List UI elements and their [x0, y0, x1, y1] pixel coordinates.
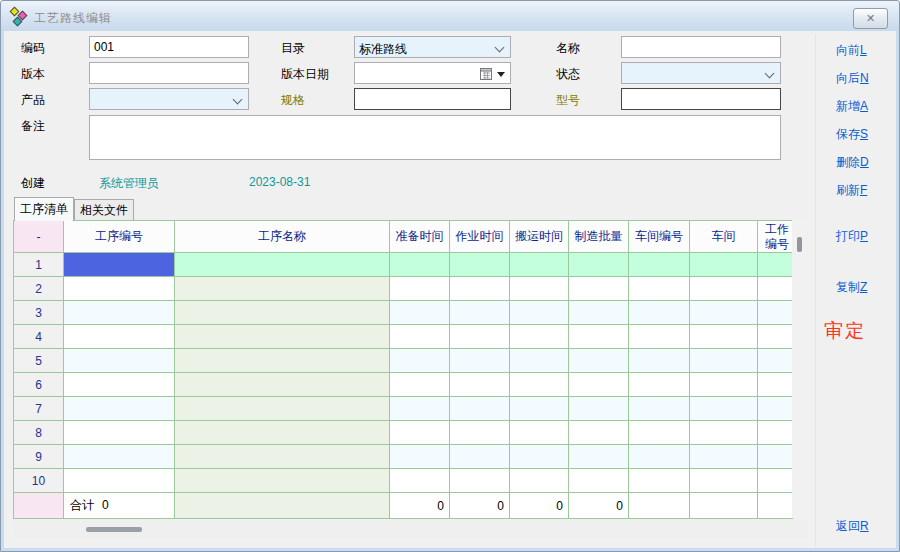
- grid-cell[interactable]: [64, 373, 175, 397]
- grid-cell[interactable]: [569, 397, 629, 421]
- row-number[interactable]: 6: [14, 373, 64, 397]
- horizontal-scrollbar-thumb[interactable]: [86, 527, 142, 532]
- grid-cell[interactable]: [390, 421, 450, 445]
- print-button[interactable]: 打印P: [836, 228, 868, 245]
- grid-cell[interactable]: [569, 253, 629, 277]
- row-number[interactable]: 10: [14, 469, 64, 493]
- grid-cell[interactable]: [629, 445, 690, 469]
- grid-cell[interactable]: [510, 469, 569, 493]
- back-button[interactable]: 返回R: [836, 518, 869, 535]
- grid-cell[interactable]: [64, 349, 175, 373]
- grid-cell[interactable]: [390, 373, 450, 397]
- col-header-workshop-code[interactable]: 车间编号: [629, 221, 690, 253]
- code-input[interactable]: [89, 36, 249, 58]
- grid-cell[interactable]: [175, 277, 390, 301]
- vertical-scrollbar-thumb[interactable]: [797, 237, 802, 252]
- grid-cell[interactable]: [450, 301, 510, 325]
- grid-cell[interactable]: [690, 469, 758, 493]
- grid-cell[interactable]: [510, 325, 569, 349]
- grid-cell[interactable]: [450, 469, 510, 493]
- grid-cell[interactable]: [690, 301, 758, 325]
- grid-cell[interactable]: [758, 301, 793, 325]
- grid-cell[interactable]: [64, 469, 175, 493]
- grid-cell[interactable]: [758, 349, 793, 373]
- grid-cell[interactable]: [390, 253, 450, 277]
- catalog-combo[interactable]: 标准路线: [354, 36, 511, 58]
- status-combo[interactable]: [621, 62, 781, 84]
- grid-cell[interactable]: [390, 325, 450, 349]
- grid-cell[interactable]: [569, 373, 629, 397]
- grid-cell[interactable]: [629, 373, 690, 397]
- grid-cell[interactable]: [569, 421, 629, 445]
- backward-button[interactable]: 向后N: [836, 70, 869, 87]
- grid-cell[interactable]: [390, 445, 450, 469]
- spec-input[interactable]: [354, 88, 511, 110]
- grid-cell[interactable]: [175, 397, 390, 421]
- grid-cell[interactable]: [629, 253, 690, 277]
- grid-cell[interactable]: [390, 469, 450, 493]
- grid-cell[interactable]: [569, 469, 629, 493]
- grid-cell[interactable]: [758, 325, 793, 349]
- close-button[interactable]: ✕: [853, 8, 888, 29]
- grid-cell[interactable]: [629, 301, 690, 325]
- grid-cell[interactable]: [690, 325, 758, 349]
- grid-cell[interactable]: [690, 373, 758, 397]
- row-number[interactable]: 5: [14, 349, 64, 373]
- product-combo[interactable]: [89, 88, 249, 110]
- grid-cell[interactable]: [175, 469, 390, 493]
- grid-cell[interactable]: [569, 325, 629, 349]
- grid-cell[interactable]: [758, 373, 793, 397]
- delete-button[interactable]: 删除D: [836, 154, 869, 171]
- row-number[interactable]: 7: [14, 397, 64, 421]
- grid-corner-header[interactable]: -: [14, 221, 64, 253]
- grid-cell[interactable]: [175, 301, 390, 325]
- grid-cell[interactable]: [64, 301, 175, 325]
- grid-cell[interactable]: [758, 469, 793, 493]
- version-input[interactable]: [89, 62, 249, 84]
- grid-cell[interactable]: [175, 253, 390, 277]
- grid-cell[interactable]: [510, 421, 569, 445]
- vertical-scrollbar[interactable]: [792, 220, 807, 518]
- grid-cell[interactable]: [390, 277, 450, 301]
- grid-cell[interactable]: [758, 253, 793, 277]
- grid-cell[interactable]: [510, 301, 569, 325]
- grid-cell[interactable]: [390, 349, 450, 373]
- grid-cell[interactable]: [569, 277, 629, 301]
- grid-cell[interactable]: [629, 349, 690, 373]
- copy-button[interactable]: 复制Z: [836, 279, 867, 296]
- col-header-process-code[interactable]: 工序编号: [64, 221, 175, 253]
- horizontal-scrollbar[interactable]: [13, 521, 807, 538]
- grid-cell[interactable]: [629, 421, 690, 445]
- grid-cell[interactable]: [175, 349, 390, 373]
- grid-cell[interactable]: [450, 253, 510, 277]
- name-input[interactable]: [621, 36, 781, 58]
- col-header-move-time[interactable]: 搬运时间: [510, 221, 569, 253]
- grid-cell[interactable]: [690, 277, 758, 301]
- tab-process-list[interactable]: 工序清单: [14, 197, 74, 221]
- model-input[interactable]: [621, 88, 781, 110]
- grid-cell[interactable]: [690, 445, 758, 469]
- col-header-workshop[interactable]: 车间: [690, 221, 758, 253]
- add-button[interactable]: 新增A: [836, 98, 868, 115]
- grid-cell[interactable]: [569, 445, 629, 469]
- grid-cell[interactable]: [629, 325, 690, 349]
- grid-cell[interactable]: [390, 397, 450, 421]
- grid-cell[interactable]: [629, 469, 690, 493]
- grid-cell[interactable]: [510, 445, 569, 469]
- selected-cell[interactable]: [64, 253, 175, 277]
- grid-cell[interactable]: [510, 349, 569, 373]
- row-number[interactable]: 1: [14, 253, 64, 277]
- grid-cell[interactable]: [390, 301, 450, 325]
- grid-cell[interactable]: [629, 277, 690, 301]
- grid-cell[interactable]: [450, 373, 510, 397]
- grid-cell[interactable]: [450, 421, 510, 445]
- grid-cell[interactable]: [175, 325, 390, 349]
- row-number[interactable]: 9: [14, 445, 64, 469]
- grid-cell[interactable]: [690, 253, 758, 277]
- row-number[interactable]: 8: [14, 421, 64, 445]
- row-number[interactable]: 2: [14, 277, 64, 301]
- grid-cell[interactable]: [175, 421, 390, 445]
- col-header-process-name[interactable]: 工序名称: [175, 221, 390, 253]
- grid-cell[interactable]: [758, 421, 793, 445]
- col-header-work-time[interactable]: 作业时间: [450, 221, 510, 253]
